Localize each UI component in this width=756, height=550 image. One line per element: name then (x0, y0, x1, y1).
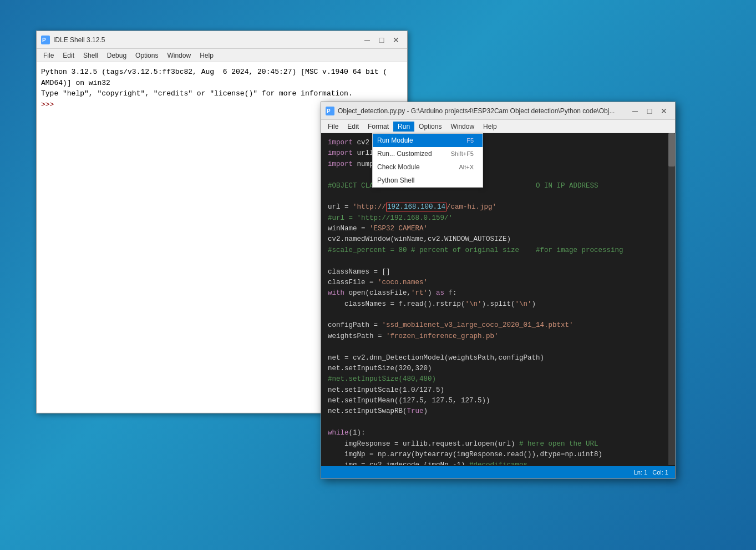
run-module-label: Run Module (377, 137, 413, 144)
code-line-12: with open(classFile,'rt') as f: (328, 288, 668, 299)
shell-line-2: AMD64)] on win32 (41, 78, 403, 89)
scrollbar-thumb[interactable] (668, 133, 675, 166)
code-line-5: url = 'http://192.168.100.14/cam-hi.jpg' (328, 202, 668, 213)
code-line-blank6 (328, 417, 668, 428)
editor-scrollbar[interactable] (668, 133, 675, 465)
code-line-18: #net.setInputSize(480,480) (328, 374, 668, 385)
editor-titlebar-left: P Object_detection.py.py - G:\Arduino pr… (326, 107, 615, 115)
editor-menubar: File Edit Format Run Options Window Help… (321, 120, 675, 133)
editor-menu-format[interactable]: Format (363, 122, 393, 132)
code-line-13: classNames = f.read().rstrip('\n').split… (328, 299, 668, 310)
editor-titlebar-controls: ─ □ ✕ (628, 105, 671, 117)
code-line-10: classNames = [] (328, 267, 668, 277)
titlebar-controls: ─ □ ✕ (361, 34, 403, 46)
editor-window: P Object_detection.py.py - G:\Arduino pr… (321, 102, 676, 479)
editor-window-title: Object_detection.py.py - G:\Arduino proj… (338, 107, 615, 115)
code-line-21: net.setInputSwapRB(True) (328, 406, 668, 417)
code-line-17: net.setInputSize(320,320) (328, 364, 668, 374)
editor-menu-options[interactable]: Options (414, 122, 446, 132)
run-customized-item[interactable]: Run... Customized Shift+F5 (373, 147, 483, 160)
run-customized-label: Run... Customized (377, 150, 432, 158)
maximize-button[interactable]: □ (375, 34, 388, 46)
shell-line-1: Python 3.12.5 (tags/v3.12.5:ff3bc82, Aug… (41, 67, 403, 78)
editor-menu-help[interactable]: Help (479, 122, 501, 132)
code-line-7: winName = 'ESP32 CAMERA' (328, 224, 668, 234)
code-line-14: configPath = 'ssd_mobilenet_v3_large_coc… (328, 320, 668, 331)
editor-maximize-button[interactable]: □ (643, 105, 656, 117)
close-button[interactable]: ✕ (389, 34, 403, 46)
code-line-8: cv2.namedWindow(winName,cv2.WINDOW_AUTOS… (328, 234, 668, 245)
editor-close-button[interactable]: ✕ (657, 105, 671, 117)
python-shell-item[interactable]: Python Shell (373, 174, 483, 187)
idle-menu-debug[interactable]: Debug (103, 51, 131, 60)
idle-menu-edit[interactable]: Edit (58, 51, 79, 60)
code-line-20: net.setInputMean((127.5, 127.5, 127.5)) (328, 396, 668, 406)
code-line-25: img = cv2.imdecode (imgNp,-1) #decodific… (328, 460, 668, 465)
python-shell-label: Python Shell (377, 176, 414, 184)
desktop: P IDLE Shell 3.12.5 ─ □ ✕ File Edit Shel… (0, 0, 756, 550)
run-customized-shortcut: Shift+F5 (451, 150, 474, 157)
idle-titlebar: P IDLE Shell 3.12.5 ─ □ ✕ (37, 31, 407, 49)
svg-text:P: P (327, 108, 331, 114)
check-module-item[interactable]: Check Module Alt+X (373, 160, 483, 174)
code-line-16: net = cv2.dnn_DetectionModel(weightsPath… (328, 353, 668, 364)
code-line-blank2 (328, 191, 668, 202)
code-line-24: imgNp = np.array(bytearray(imgResponse.r… (328, 450, 668, 460)
editor-menu-window[interactable]: Window (446, 122, 479, 132)
minimize-button[interactable]: ─ (361, 34, 374, 46)
editor-statusbar: Ln: 1 Col: 1 (321, 466, 675, 478)
editor-menu-edit[interactable]: Edit (343, 122, 363, 132)
idle-menu-help[interactable]: Help (195, 51, 218, 60)
svg-text:P: P (42, 37, 46, 43)
idle-menu-file[interactable]: File (39, 51, 58, 60)
code-line-23: imgResponse = urllib.request.urlopen(url… (328, 439, 668, 450)
code-line-blank5 (328, 342, 668, 352)
code-line-22: while(1): (328, 428, 668, 438)
editor-titlebar: P Object_detection.py.py - G:\Arduino pr… (321, 102, 675, 120)
editor-menu-file[interactable]: File (323, 122, 343, 132)
idle-menu-window[interactable]: Window (163, 51, 195, 60)
idle-window-title: IDLE Shell 3.12.5 (53, 36, 105, 44)
run-module-shortcut: F5 (466, 137, 474, 144)
editor-menu-run[interactable]: Run (393, 122, 414, 132)
titlebar-left: P IDLE Shell 3.12.5 (41, 36, 105, 44)
code-line-19: net.setInputScale(1.0/127.5) (328, 385, 668, 396)
code-line-11: classFile = 'coco.names' (328, 277, 668, 288)
run-dropdown-menu: Run Module F5 Run... Customized Shift+F5… (372, 133, 483, 188)
editor-icon: P (326, 107, 334, 115)
status-col: Col: 1 (652, 469, 668, 476)
idle-menu-options[interactable]: Options (131, 51, 163, 60)
editor-minimize-button[interactable]: ─ (628, 105, 642, 117)
idle-menu-shell[interactable]: Shell (79, 51, 103, 60)
run-module-item[interactable]: Run Module F5 (373, 134, 483, 147)
code-line-15: weightsPath = 'frozen_inference_graph.pb… (328, 331, 668, 342)
code-line-blank4 (328, 310, 668, 320)
status-ln: Ln: 1 (634, 469, 647, 476)
idle-menubar: File Edit Shell Debug Options Window Hel… (37, 49, 407, 62)
check-module-label: Check Module (377, 163, 420, 171)
idle-icon: P (41, 36, 50, 44)
shell-line-3: Type "help", "copyright", "credits" or "… (41, 88, 403, 99)
status-ln-col: Ln: 1 Col: 1 (634, 469, 668, 476)
code-line-9: #scale_percent = 80 # percent of origina… (328, 245, 668, 256)
check-module-shortcut: Alt+X (459, 164, 474, 170)
code-line-6: #url = 'http://192.168.0.159/' (328, 213, 668, 224)
code-line-blank3 (328, 256, 668, 266)
